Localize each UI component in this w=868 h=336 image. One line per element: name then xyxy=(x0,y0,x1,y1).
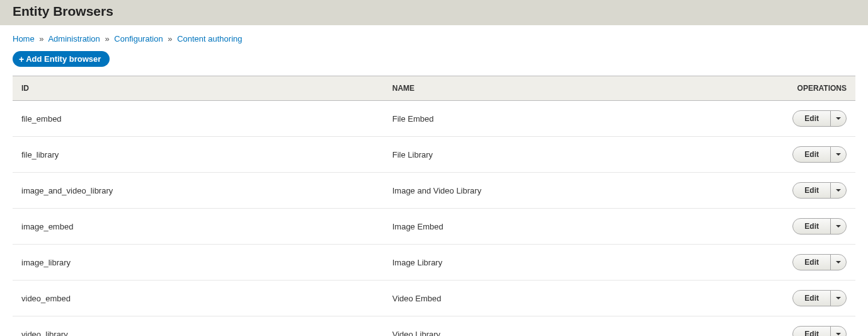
table-row: image_and_video_libraryImage and Video L… xyxy=(13,173,855,209)
operations-dropdown-toggle[interactable] xyxy=(831,111,846,126)
plus-icon: + xyxy=(19,55,24,64)
breadcrumb-separator: » xyxy=(168,34,172,43)
operations-dropdown-toggle[interactable] xyxy=(831,147,846,162)
cell-id: file_library xyxy=(13,137,384,173)
operations-dropdown-toggle[interactable] xyxy=(831,291,846,306)
chevron-down-icon xyxy=(836,297,841,299)
operations-dropdown-toggle[interactable] xyxy=(831,255,846,270)
add-entity-browser-button[interactable]: + Add Entity browser xyxy=(13,51,110,67)
cell-id: video_library xyxy=(13,316,384,337)
operations-dropdown-toggle[interactable] xyxy=(831,327,846,336)
breadcrumb-link-content-authoring[interactable]: Content authoring xyxy=(177,34,242,43)
breadcrumb-link-administration[interactable]: Administration xyxy=(48,34,100,43)
operations-dropbutton: Edit xyxy=(792,182,847,199)
action-bar: + Add Entity browser xyxy=(0,51,868,76)
add-button-label: Add Entity browser xyxy=(26,54,101,64)
operations-dropbutton: Edit xyxy=(792,218,847,235)
cell-id: image_library xyxy=(13,245,384,281)
cell-name: File Library xyxy=(384,137,755,173)
cell-operations: Edit xyxy=(754,101,855,137)
chevron-down-icon xyxy=(836,153,841,156)
chevron-down-icon xyxy=(836,225,841,228)
breadcrumb: Home » Administration » Configuration » … xyxy=(0,25,868,51)
chevron-down-icon xyxy=(836,189,841,192)
cell-operations: Edit xyxy=(754,137,855,173)
cell-name: Image and Video Library xyxy=(384,173,755,209)
breadcrumb-separator: » xyxy=(105,34,109,43)
cell-operations: Edit xyxy=(754,209,855,245)
chevron-down-icon xyxy=(836,333,841,335)
page-header: Entity Browsers xyxy=(0,0,868,25)
table-row: file_embedFile EmbedEdit xyxy=(13,101,855,137)
operations-dropbutton: Edit xyxy=(792,326,847,336)
edit-button[interactable]: Edit xyxy=(793,183,831,198)
chevron-down-icon xyxy=(836,117,841,120)
operations-dropdown-toggle[interactable] xyxy=(831,219,846,234)
operations-dropbutton: Edit xyxy=(792,290,847,306)
edit-button[interactable]: Edit xyxy=(793,147,831,162)
operations-dropbutton: Edit xyxy=(792,254,847,270)
table-row: image_libraryImage LibraryEdit xyxy=(13,245,855,281)
cell-name: Image Embed xyxy=(384,209,755,245)
table-row: file_libraryFile LibraryEdit xyxy=(13,137,855,173)
edit-button[interactable]: Edit xyxy=(793,255,831,270)
cell-id: image_embed xyxy=(13,209,384,245)
table-row: video_embedVideo EmbedEdit xyxy=(13,281,855,316)
cell-name: Image Library xyxy=(384,245,755,281)
table-container: ID NAME OPERATIONS file_embedFile EmbedE… xyxy=(0,76,868,336)
edit-button[interactable]: Edit xyxy=(793,327,831,336)
cell-name: File Embed xyxy=(384,101,755,137)
entity-browsers-table: ID NAME OPERATIONS file_embedFile EmbedE… xyxy=(13,76,855,336)
cell-id: file_embed xyxy=(13,101,384,137)
operations-dropbutton: Edit xyxy=(792,146,847,163)
column-header-operations: OPERATIONS xyxy=(754,76,855,101)
table-row: image_embedImage EmbedEdit xyxy=(13,209,855,245)
cell-id: image_and_video_library xyxy=(13,173,384,209)
breadcrumb-link-home[interactable]: Home xyxy=(13,34,35,43)
chevron-down-icon xyxy=(836,261,841,264)
cell-operations: Edit xyxy=(754,281,855,316)
operations-dropbutton: Edit xyxy=(792,110,847,127)
column-header-id: ID xyxy=(13,76,384,101)
edit-button[interactable]: Edit xyxy=(793,111,831,126)
breadcrumb-separator: » xyxy=(39,34,43,43)
cell-name: Video Embed xyxy=(384,281,755,316)
edit-button[interactable]: Edit xyxy=(793,291,831,306)
column-header-name: NAME xyxy=(384,76,755,101)
cell-id: video_embed xyxy=(13,281,384,316)
cell-operations: Edit xyxy=(754,316,855,337)
breadcrumb-link-configuration[interactable]: Configuration xyxy=(114,34,163,43)
operations-dropdown-toggle[interactable] xyxy=(831,183,846,198)
table-row: video_libraryVideo LibraryEdit xyxy=(13,316,855,337)
page-title: Entity Browsers xyxy=(13,4,855,19)
edit-button[interactable]: Edit xyxy=(793,219,831,234)
cell-name: Video Library xyxy=(384,316,755,337)
cell-operations: Edit xyxy=(754,173,855,209)
cell-operations: Edit xyxy=(754,245,855,281)
